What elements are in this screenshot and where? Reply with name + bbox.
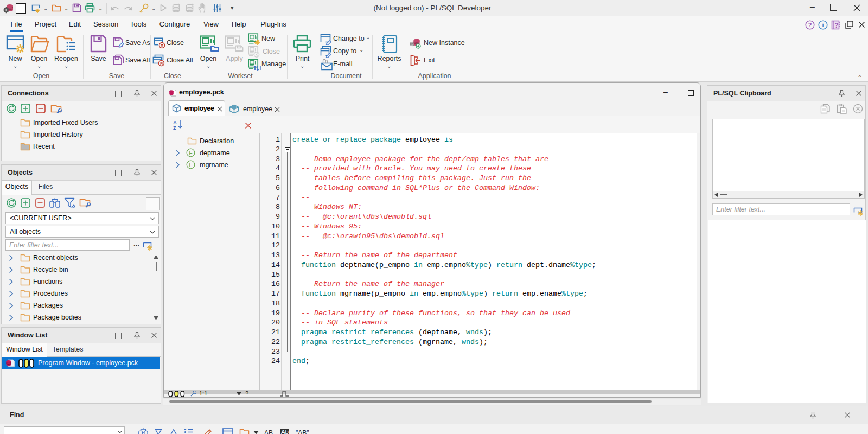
svg-text:?: ? <box>834 22 838 29</box>
svg-text:Z: Z <box>173 125 176 130</box>
svg-text:?: ? <box>808 22 812 28</box>
svg-text:F: F <box>189 150 192 156</box>
svg-text:i: i <box>822 22 824 28</box>
svg-text:F: F <box>189 162 192 168</box>
